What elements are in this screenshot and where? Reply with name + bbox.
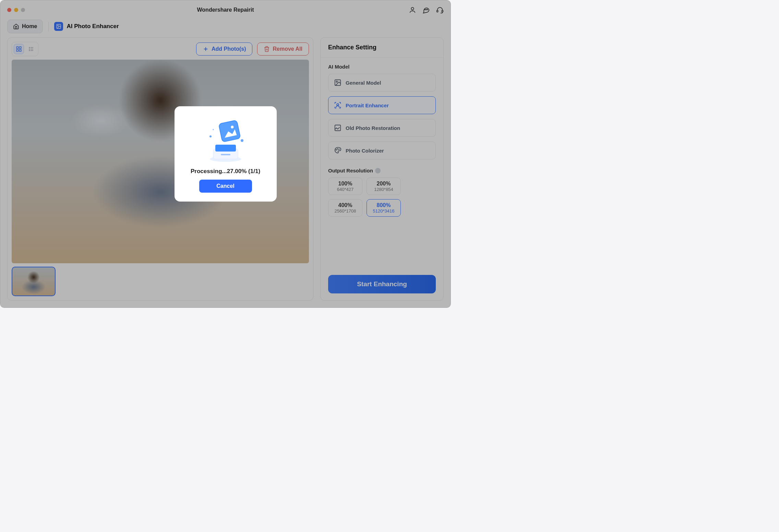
svg-rect-30 (221, 154, 230, 155)
svg-point-35 (241, 139, 243, 142)
svg-rect-29 (215, 145, 236, 152)
processing-modal: Processing...27.00% (1/1) Cancel (175, 106, 277, 202)
modal-overlay: Processing...27.00% (1/1) Cancel (0, 0, 451, 308)
cancel-button[interactable]: Cancel (199, 180, 252, 193)
processing-status: Processing...27.00% (1/1) (191, 168, 260, 175)
svg-point-36 (213, 129, 214, 130)
svg-point-34 (209, 135, 212, 137)
processing-graphic-icon (198, 114, 253, 166)
svg-rect-32 (219, 121, 240, 142)
